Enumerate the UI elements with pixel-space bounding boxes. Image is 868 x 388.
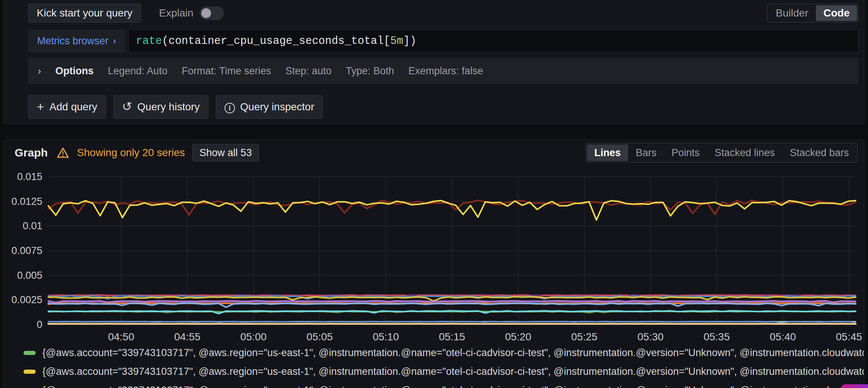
- y-tick-label: 0.015: [17, 171, 42, 182]
- graph-style-tab-stacked-bars[interactable]: Stacked bars: [782, 144, 856, 161]
- x-tick-label: 05:15: [439, 331, 465, 343]
- options-collapsed-row[interactable]: › Options Legend: AutoFormat: Time serie…: [28, 58, 859, 84]
- option-summary-item: Exemplars: false: [409, 65, 483, 77]
- query-inspector-button[interactable]: iQuery inspector: [216, 95, 323, 119]
- x-tick-label: 05:10: [373, 331, 399, 343]
- x-tick-label: 05:40: [770, 331, 796, 343]
- history-icon: ↺: [122, 101, 132, 113]
- explain-control: Explain: [159, 6, 224, 20]
- explain-label: Explain: [159, 7, 193, 19]
- legend-series-label: {@aws.account="339743103717", @aws.regio…: [42, 385, 864, 388]
- floating-gradient-button[interactable]: [840, 384, 868, 388]
- option-summary-item: Format: Time series: [182, 65, 271, 77]
- toggle-knob-icon: [201, 8, 211, 18]
- warning-triangle-icon: [57, 147, 69, 159]
- promql-token-plain: ]): [403, 35, 416, 47]
- legend-color-swatch: [24, 351, 36, 355]
- y-tick-label: 0.005: [17, 270, 42, 281]
- graph-header: Graph Showing only 20 series Show all 53…: [4, 140, 864, 163]
- option-summary-item: Step: auto: [285, 65, 331, 77]
- x-tick-label: 05:05: [307, 331, 333, 343]
- y-tick-label: 0: [37, 319, 42, 330]
- button-label: Query inspector: [240, 101, 314, 113]
- x-tick-label: 05:20: [505, 331, 531, 343]
- query-toolbar: Kick start your query Explain BuilderCod…: [28, 4, 859, 23]
- add-query-button[interactable]: +Add query: [28, 95, 106, 119]
- graph-style-tab-points[interactable]: Points: [664, 144, 707, 161]
- legend-row-3[interactable]: {@aws.account="339743103717", @aws.regio…: [4, 381, 864, 388]
- button-label: Query history: [137, 101, 200, 113]
- query-actions-row: +Add query↺Query historyiQuery inspector: [28, 95, 859, 119]
- option-summary-item: Type: Both: [346, 65, 394, 77]
- promql-code-input[interactable]: rate(container_cpu_usage_seconds_total[5…: [128, 29, 859, 53]
- y-tick-label: 0.0125: [11, 196, 42, 207]
- show-all-series-button[interactable]: Show all 53: [192, 144, 259, 161]
- graph-style-tab-lines[interactable]: Lines: [587, 144, 629, 161]
- legend-color-swatch: [24, 370, 36, 374]
- x-tick-label: 05:30: [638, 331, 664, 343]
- graph-panel-title: Graph: [15, 146, 48, 159]
- editor-mode-builder[interactable]: Builder: [768, 5, 816, 21]
- editor-mode-code[interactable]: Code: [816, 5, 857, 21]
- query-editor-panel: Kick start your query Explain BuilderCod…: [4, 0, 864, 124]
- legend-row-2[interactable]: {@aws.account="339743103717", @aws.regio…: [4, 362, 864, 381]
- chevron-right-icon: ›: [113, 36, 116, 46]
- query-row: Metrics browser › rate(container_cpu_usa…: [28, 29, 859, 53]
- metrics-browser-label: Metrics browser: [37, 35, 109, 47]
- chevron-right-icon: ›: [38, 65, 41, 77]
- explain-toggle[interactable]: [199, 6, 224, 20]
- builder-code-switch: BuilderCode: [767, 4, 859, 23]
- promql-token-function: rate: [136, 35, 162, 47]
- grafana-explore-screen: Kick start your query Explain BuilderCod…: [0, 0, 868, 388]
- graph-style-tabs: LinesBarsPointsStacked linesStacked bars: [585, 143, 858, 162]
- query-history-button[interactable]: ↺Query history: [114, 95, 208, 119]
- legend-series-label: {@aws.account="339743103717", @aws.regio…: [42, 347, 864, 359]
- graph-style-tab-bars[interactable]: Bars: [628, 144, 664, 161]
- y-tick-label: 0.0075: [11, 245, 42, 256]
- y-tick-label: 0.01: [22, 220, 42, 232]
- x-tick-label: 04:55: [174, 331, 201, 343]
- x-tick-label: 05:25: [571, 331, 597, 343]
- graph-panel: Graph Showing only 20 series Show all 53…: [4, 140, 864, 388]
- x-tick-label: 05:35: [703, 331, 730, 343]
- promql-token-plain: (container_cpu_usage_seconds_total[: [162, 35, 390, 47]
- timeseries-chart[interactable]: 00.00250.0050.00750.010.01250.01504:5004…: [4, 163, 864, 343]
- options-label: Options: [55, 65, 94, 77]
- series-limit-warning: Showing only 20 series: [77, 147, 185, 159]
- legend-series-label: {@aws.account="339743103717", @aws.regio…: [42, 366, 864, 377]
- options-summary: Legend: AutoFormat: Time seriesStep: aut…: [108, 65, 483, 77]
- x-tick-label: 05:00: [240, 331, 266, 343]
- legend-row-1[interactable]: {@aws.account="339743103717", @aws.regio…: [4, 343, 864, 362]
- x-axis-labels: 04:5004:5505:0005:0505:1005:1505:2005:25…: [108, 331, 862, 343]
- x-tick-label: 05:45: [836, 331, 862, 343]
- graph-style-tab-stacked-lines[interactable]: Stacked lines: [707, 144, 783, 161]
- option-summary-item: Legend: Auto: [108, 65, 168, 77]
- metrics-browser-button[interactable]: Metrics browser ›: [28, 29, 125, 53]
- kick-start-query-button[interactable]: Kick start your query: [28, 4, 141, 23]
- x-tick-label: 04:50: [108, 331, 134, 343]
- button-label: Add query: [49, 101, 97, 113]
- promql-token-duration: 5m: [390, 35, 403, 47]
- chart-legend: {@aws.account="339743103717", @aws.regio…: [4, 343, 864, 388]
- y-axis-labels: 00.00250.0050.00750.010.01250.015: [11, 171, 42, 330]
- y-tick-label: 0.0025: [11, 294, 42, 305]
- plus-icon: +: [37, 100, 44, 114]
- info-circle-icon: i: [224, 101, 235, 113]
